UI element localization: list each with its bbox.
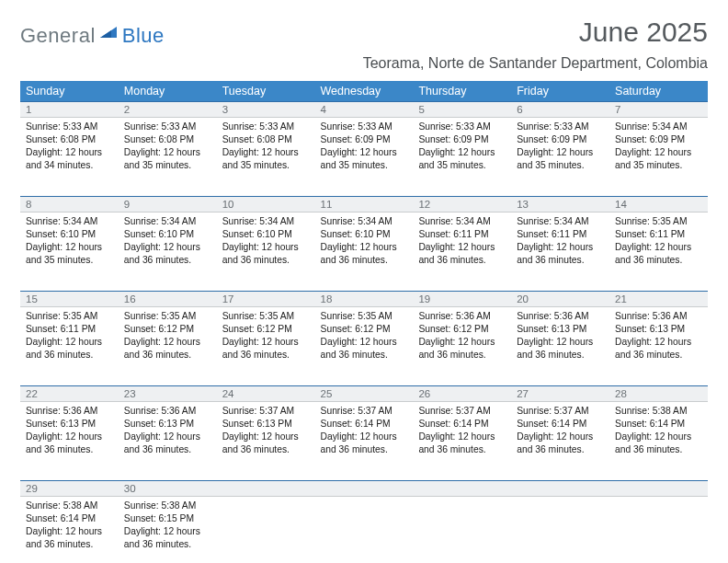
day-number: 2 (119, 102, 217, 117)
logo-text-blue: Blue (122, 24, 165, 48)
day-cell: Sunrise: 5:36 AMSunset: 6:13 PMDaylight:… (20, 402, 119, 462)
daynum-row: 15161718192021 (20, 292, 708, 307)
sunrise-text: Sunrise: 5:33 AM (26, 121, 113, 133)
sunrise-text: Sunrise: 5:37 AM (222, 405, 310, 418)
day-cell: Sunrise: 5:36 AMSunset: 6:13 PMDaylight:… (119, 402, 217, 462)
day2-text: and 35 minutes. (26, 254, 113, 267)
day1-text: Daylight: 12 hours (321, 431, 408, 443)
sunrise-text: Sunrise: 5:33 AM (321, 121, 408, 133)
day-number: 7 (609, 102, 708, 117)
sunrise-text: Sunrise: 5:34 AM (418, 215, 506, 228)
sunrise-text: Sunrise: 5:33 AM (124, 121, 211, 133)
day2-text: and 36 minutes. (222, 443, 310, 456)
sunset-text: Sunset: 6:10 PM (321, 228, 408, 241)
sunset-text: Sunset: 6:11 PM (418, 228, 506, 241)
day2-text: and 36 minutes. (517, 254, 604, 267)
sunrise-text: Sunrise: 5:36 AM (615, 310, 702, 323)
day2-text: and 36 minutes. (418, 254, 506, 267)
day1-text: Daylight: 12 hours (222, 431, 310, 443)
day-number: 1 (20, 102, 119, 117)
sunrise-text: Sunrise: 5:33 AM (517, 121, 604, 133)
day-number: 6 (511, 102, 609, 117)
day-cell: Sunrise: 5:33 AMSunset: 6:08 PMDaylight:… (20, 118, 119, 178)
day2-text: and 35 minutes. (321, 159, 408, 172)
sunrise-text: Sunrise: 5:35 AM (124, 310, 211, 323)
day2-text: and 36 minutes. (321, 254, 408, 267)
day1-text: Daylight: 12 hours (124, 146, 211, 159)
weekday-header: Saturday (609, 81, 708, 102)
sunset-text: Sunset: 6:09 PM (418, 133, 506, 146)
day1-text: Daylight: 12 hours (124, 241, 211, 254)
day-cell: Sunrise: 5:33 AMSunset: 6:08 PMDaylight:… (119, 118, 217, 178)
page-title: June 2025 (363, 17, 708, 48)
day2-text: and 35 minutes. (517, 159, 604, 172)
day1-text: Daylight: 12 hours (517, 241, 604, 254)
logo-text-general: General (20, 24, 96, 48)
sunrise-text: Sunrise: 5:33 AM (222, 121, 310, 133)
sunset-text: Sunset: 6:10 PM (26, 228, 113, 241)
sunset-text: Sunset: 6:12 PM (321, 323, 408, 336)
sunset-text: Sunset: 6:09 PM (517, 133, 604, 146)
day-cell: Sunrise: 5:35 AMSunset: 6:11 PMDaylight:… (609, 213, 708, 272)
sunset-text: Sunset: 6:11 PM (615, 228, 702, 241)
day-cell: Sunrise: 5:35 AMSunset: 6:11 PMDaylight:… (20, 307, 119, 367)
day-number: 5 (413, 102, 511, 117)
day-cell: Sunrise: 5:38 AMSunset: 6:14 PMDaylight:… (609, 402, 708, 462)
sunset-text: Sunset: 6:12 PM (124, 323, 211, 336)
day-number: 3 (217, 102, 315, 117)
sunset-text: Sunset: 6:14 PM (615, 418, 702, 431)
day-number: 22 (20, 386, 119, 401)
sunrise-text: Sunrise: 5:35 AM (615, 215, 702, 228)
day-number: 15 (20, 292, 119, 306)
day-number: 8 (20, 197, 119, 212)
day1-text: Daylight: 12 hours (321, 241, 408, 254)
day2-text: and 36 minutes. (124, 538, 211, 551)
day1-text: Daylight: 12 hours (321, 336, 408, 349)
day1-text: Daylight: 12 hours (124, 336, 211, 349)
sunrise-text: Sunrise: 5:35 AM (321, 310, 408, 323)
day1-text: Daylight: 12 hours (517, 336, 604, 349)
sunrise-text: Sunrise: 5:34 AM (222, 215, 310, 228)
week-row: Sunrise: 5:34 AMSunset: 6:10 PMDaylight:… (20, 213, 708, 292)
day-number: 20 (511, 292, 609, 306)
day-cell: Sunrise: 5:34 AMSunset: 6:09 PMDaylight:… (609, 118, 708, 178)
sunrise-text: Sunrise: 5:37 AM (321, 405, 408, 418)
sunrise-text: Sunrise: 5:36 AM (517, 310, 604, 323)
logo: General Blue (20, 17, 165, 48)
day2-text: and 36 minutes. (124, 254, 211, 267)
day1-text: Daylight: 12 hours (418, 146, 506, 159)
week-row: Sunrise: 5:35 AMSunset: 6:11 PMDaylight:… (20, 307, 708, 386)
day-cell: Sunrise: 5:33 AMSunset: 6:09 PMDaylight:… (315, 118, 414, 178)
sunrise-text: Sunrise: 5:34 AM (517, 215, 604, 228)
day-cell: Sunrise: 5:34 AMSunset: 6:10 PMDaylight:… (20, 213, 119, 272)
day1-text: Daylight: 12 hours (615, 241, 702, 254)
sunset-text: Sunset: 6:13 PM (517, 323, 604, 336)
sunset-text: Sunset: 6:15 PM (124, 512, 211, 525)
daynum-row: 1234567 (20, 102, 708, 118)
day1-text: Daylight: 12 hours (418, 431, 506, 443)
day1-text: Daylight: 12 hours (321, 146, 408, 159)
header: General Blue June 2025 Teorama, Norte de… (20, 17, 708, 72)
day2-text: and 36 minutes. (517, 349, 604, 362)
sunrise-text: Sunrise: 5:35 AM (26, 310, 113, 323)
day1-text: Daylight: 12 hours (222, 336, 310, 349)
day-number: 11 (315, 197, 414, 212)
sunset-text: Sunset: 6:12 PM (418, 323, 506, 336)
day-number: 28 (609, 386, 708, 401)
day-cell: Sunrise: 5:35 AMSunset: 6:12 PMDaylight:… (119, 307, 217, 367)
day1-text: Daylight: 12 hours (222, 146, 310, 159)
day1-text: Daylight: 12 hours (26, 525, 113, 538)
daynum-row: 891011121314 (20, 197, 708, 213)
sunset-text: Sunset: 6:13 PM (222, 418, 310, 431)
day-cell: Sunrise: 5:34 AMSunset: 6:10 PMDaylight:… (217, 213, 315, 272)
weekday-header: Friday (511, 81, 609, 102)
day2-text: and 36 minutes. (418, 443, 506, 456)
day-number: 12 (413, 197, 511, 212)
week-row: Sunrise: 5:33 AMSunset: 6:08 PMDaylight:… (20, 118, 708, 197)
sunset-text: Sunset: 6:10 PM (222, 228, 310, 241)
sunrise-text: Sunrise: 5:34 AM (124, 215, 211, 228)
sunrise-text: Sunrise: 5:35 AM (222, 310, 310, 323)
day-cell: Sunrise: 5:33 AMSunset: 6:08 PMDaylight:… (217, 118, 315, 178)
day-cell: Sunrise: 5:37 AMSunset: 6:14 PMDaylight:… (315, 402, 414, 462)
weekday-header: Thursday (413, 81, 511, 102)
